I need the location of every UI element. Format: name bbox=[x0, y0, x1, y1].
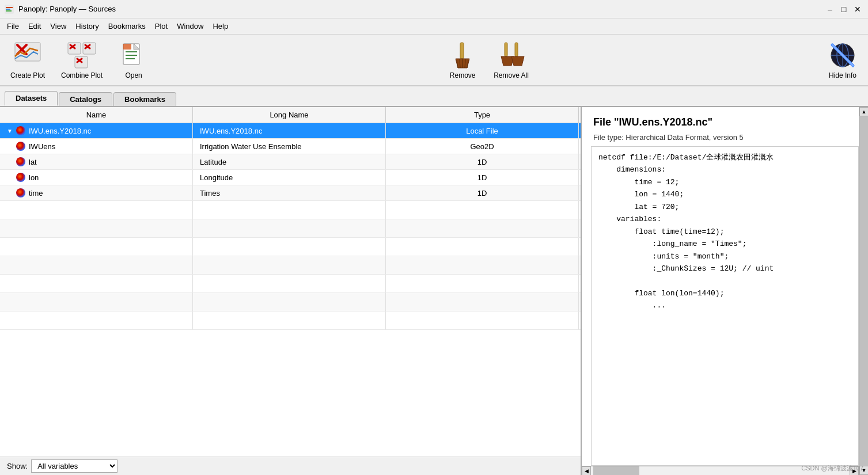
v-scrollbar: ▲ ▼ bbox=[859, 107, 868, 475]
info-content[interactable]: netcdf file:/E:/Dataset/全球灌溉农田灌溉水 dimens… bbox=[592, 147, 858, 465]
app-icon bbox=[5, 5, 14, 14]
type-cell: 1D bbox=[386, 170, 579, 185]
row-name: IWU.ens.Y2018.nc bbox=[29, 127, 91, 135]
type-cell: Geo2D bbox=[386, 139, 579, 154]
window-title: Panoply: Panoply — Sources bbox=[18, 5, 116, 13]
expand-arrow: ▼ bbox=[7, 128, 13, 134]
name-cell: ▼ IWU.ens.Y2018.nc bbox=[0, 123, 193, 138]
hide-info-label: Hide Info bbox=[829, 71, 856, 79]
table-footer: Show: All variables 2D variables 1D vari… bbox=[0, 457, 581, 475]
right-panel: File "IWU.ens.Y2018.nc" File type: Hiera… bbox=[582, 107, 868, 475]
combine-plot-label: Combine Plot bbox=[61, 71, 103, 79]
remove-all-button[interactable]: Remove All bbox=[488, 38, 535, 82]
table-row bbox=[0, 311, 581, 330]
type-cell: Local File bbox=[386, 123, 579, 138]
row-name: IWUens bbox=[29, 142, 55, 151]
globe-icon bbox=[16, 157, 25, 166]
svg-rect-21 bbox=[123, 44, 131, 50]
maximize-button[interactable]: □ bbox=[838, 3, 850, 15]
remove-all-icon bbox=[496, 40, 526, 70]
v-scroll-thumb[interactable] bbox=[859, 116, 868, 466]
combine-plot-icon bbox=[67, 40, 97, 70]
type-cell: 1D bbox=[386, 185, 579, 200]
table-row[interactable]: IWUens Irrigation Water Use Ensemble Geo… bbox=[0, 139, 581, 154]
menu-bar: File Edit View History Bookmarks Plot Wi… bbox=[0, 18, 868, 35]
left-panel: Name Long Name Type ▼ IWU.ens.Y2018.nc I… bbox=[0, 107, 582, 475]
menu-edit[interactable]: Edit bbox=[24, 20, 46, 32]
open-button[interactable]: Open bbox=[113, 38, 154, 82]
table-row bbox=[0, 256, 581, 275]
longname-cell: IWU.ens.Y2018.nc bbox=[193, 123, 386, 138]
longname-cell: Irrigation Water Use Ensemble bbox=[193, 139, 386, 154]
create-plot-icon bbox=[13, 40, 43, 70]
svg-rect-31 bbox=[515, 43, 518, 56]
open-icon bbox=[119, 40, 149, 70]
combine-plot-button[interactable]: Combine Plot bbox=[55, 38, 108, 82]
hide-info-button[interactable]: Hide Info bbox=[822, 38, 863, 82]
svg-rect-2 bbox=[6, 9, 10, 10]
table-row bbox=[0, 219, 581, 238]
type-cell: 1D bbox=[386, 154, 579, 169]
tab-bookmarks[interactable]: Bookmarks bbox=[113, 92, 176, 106]
menu-history[interactable]: History bbox=[71, 20, 103, 32]
close-button[interactable]: ✕ bbox=[852, 3, 863, 15]
h-scroll-thumb[interactable] bbox=[593, 466, 639, 475]
toolbar: Create Plot Combine Plot bbox=[0, 35, 868, 86]
row-name: lat bbox=[29, 158, 37, 166]
info-subtitle: File type: Hierarchical Data Format, ver… bbox=[582, 131, 859, 146]
watermark: CSDN @海绵波波107 bbox=[801, 464, 863, 473]
table-row[interactable]: lat Latitude 1D bbox=[0, 154, 581, 170]
col-type-header: Type bbox=[386, 107, 579, 123]
longname-cell: Times bbox=[193, 185, 386, 200]
row-name: lon bbox=[29, 173, 39, 182]
name-cell: time bbox=[0, 185, 193, 200]
row-name: time bbox=[29, 189, 43, 197]
name-cell: lat bbox=[0, 154, 193, 169]
info-title: File "IWU.ens.Y2018.nc" bbox=[582, 107, 859, 131]
table-header: Name Long Name Type bbox=[0, 107, 581, 123]
globe-icon bbox=[16, 142, 25, 151]
show-select[interactable]: All variables 2D variables 1D variables … bbox=[31, 459, 117, 473]
remove-icon bbox=[448, 40, 477, 70]
svg-rect-29 bbox=[505, 43, 507, 56]
table-row bbox=[0, 275, 581, 293]
create-plot-label: Create Plot bbox=[10, 71, 45, 79]
scroll-up-arrow[interactable]: ▲ bbox=[859, 107, 868, 116]
col-longname-header: Long Name bbox=[193, 107, 386, 123]
name-cell: lon bbox=[0, 170, 193, 185]
svg-rect-22 bbox=[460, 43, 464, 59]
hide-info-icon bbox=[828, 40, 858, 70]
table-row[interactable]: time Times 1D bbox=[0, 185, 581, 201]
remove-label: Remove bbox=[450, 71, 476, 79]
svg-rect-3 bbox=[6, 10, 12, 12]
menu-bookmarks[interactable]: Bookmarks bbox=[104, 20, 150, 32]
menu-window[interactable]: Window bbox=[172, 20, 208, 32]
tab-datasets[interactable]: Datasets bbox=[5, 91, 58, 106]
table-row bbox=[0, 201, 581, 219]
table-row bbox=[0, 238, 581, 256]
minimize-button[interactable]: – bbox=[824, 3, 836, 15]
info-subtitle-text: File type: Hierarchical Data Format, ver… bbox=[593, 133, 744, 142]
tabs-bar: Datasets Catalogs Bookmarks bbox=[0, 86, 868, 107]
open-label: Open bbox=[125, 71, 142, 79]
menu-file[interactable]: File bbox=[2, 20, 24, 32]
table-row bbox=[0, 293, 581, 311]
menu-view[interactable]: View bbox=[46, 20, 71, 32]
show-label: Show: bbox=[7, 462, 28, 470]
window-controls: – □ ✕ bbox=[824, 3, 863, 15]
svg-rect-1 bbox=[6, 7, 13, 8]
table-row[interactable]: lon Longitude 1D bbox=[0, 170, 581, 185]
menu-plot[interactable]: Plot bbox=[150, 20, 172, 32]
create-plot-button[interactable]: Create Plot bbox=[5, 38, 51, 82]
tab-catalogs[interactable]: Catalogs bbox=[59, 92, 112, 106]
table-row[interactable]: ▼ IWU.ens.Y2018.nc IWU.ens.Y2018.nc Loca… bbox=[0, 123, 581, 139]
globe-icon bbox=[16, 173, 25, 182]
remove-all-label: Remove All bbox=[494, 71, 529, 79]
menu-help[interactable]: Help bbox=[208, 20, 233, 32]
longname-cell: Latitude bbox=[193, 154, 386, 169]
scroll-left-arrow[interactable]: ◀ bbox=[582, 466, 591, 475]
table-scroll-area[interactable]: ▼ IWU.ens.Y2018.nc IWU.ens.Y2018.nc Loca… bbox=[0, 123, 581, 457]
remove-button[interactable]: Remove bbox=[442, 38, 483, 82]
globe-icon bbox=[16, 126, 25, 135]
name-cell: IWUens bbox=[0, 139, 193, 154]
